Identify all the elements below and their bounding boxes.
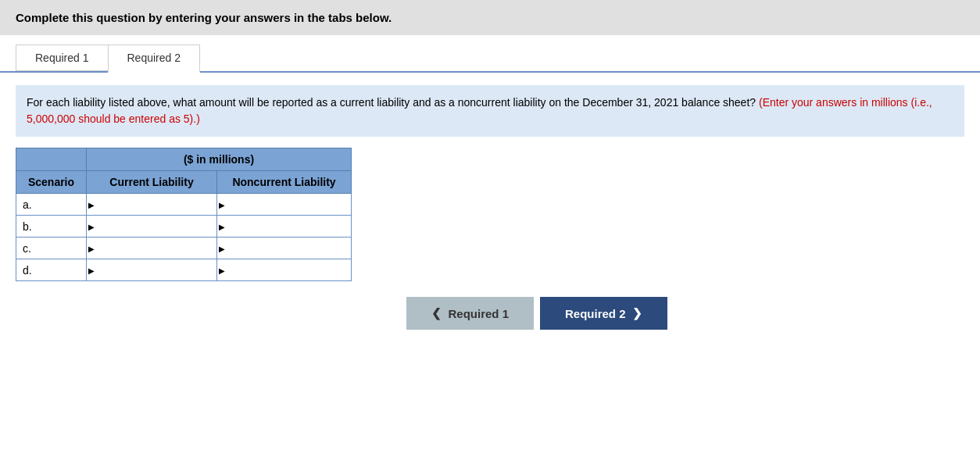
tabs-area: Required 1 Required 2 — [0, 35, 980, 73]
question-text-plain: For each liability listed above, what am… — [27, 96, 756, 109]
current-liability-input-2[interactable] — [87, 238, 216, 259]
scenario-label-a.: a. — [16, 194, 87, 216]
table-row: b.▶▶ — [16, 216, 352, 238]
noncurrent-liability-input-2[interactable] — [217, 238, 351, 259]
question-text: For each liability listed above, what am… — [16, 85, 964, 137]
header-text: Complete this question by entering your … — [16, 11, 392, 24]
noncurrent-liability-input-0[interactable] — [217, 194, 351, 215]
current-liability-input-0[interactable] — [87, 194, 216, 215]
noncurrent-liability-input-3[interactable] — [217, 259, 351, 280]
noncurrent-liability-cell-2[interactable]: ▶ — [217, 238, 352, 259]
current-liability-cell-1[interactable]: ▶ — [87, 216, 217, 238]
table-container: ($ in millions) Scenario Current Liabili… — [16, 148, 352, 281]
tab-required2[interactable]: Required 2 — [108, 45, 201, 73]
header-bar: Complete this question by entering your … — [0, 0, 980, 35]
next-button-label: Required 2 — [565, 307, 626, 320]
table-body: a.▶▶b.▶▶c.▶▶d.▶▶ — [16, 194, 352, 281]
next-button[interactable]: Required 2 — [540, 297, 667, 330]
content-area: For each liability listed above, what am… — [0, 73, 980, 342]
table-header-top-row: ($ in millions) — [16, 148, 352, 171]
scenario-label-b.: b. — [16, 216, 87, 238]
table-row: d.▶▶ — [16, 259, 352, 281]
prev-button-label: Required 1 — [448, 307, 509, 320]
current-liability-input-3[interactable] — [87, 259, 216, 280]
col-noncurrent-header: Noncurrent Liability — [217, 171, 352, 194]
scenario-header-empty — [16, 148, 87, 171]
noncurrent-liability-input-1[interactable] — [217, 216, 351, 237]
noncurrent-liability-cell-3[interactable]: ▶ — [217, 259, 352, 281]
current-liability-input-1[interactable] — [87, 216, 216, 237]
current-liability-cell-3[interactable]: ▶ — [87, 259, 217, 281]
liability-table: ($ in millions) Scenario Current Liabili… — [16, 148, 352, 281]
scenario-label-d.: d. — [16, 259, 87, 281]
bottom-nav: Required 1 Required 2 — [109, 281, 964, 330]
current-liability-cell-0[interactable]: ▶ — [87, 194, 217, 216]
table-header-sub-row: Scenario Current Liability Noncurrent Li… — [16, 171, 352, 194]
scenario-label-c.: c. — [16, 238, 87, 259]
noncurrent-liability-cell-1[interactable]: ▶ — [217, 216, 352, 238]
prev-button[interactable]: Required 1 — [406, 297, 534, 330]
tab-required1[interactable]: Required 1 — [16, 45, 108, 71]
chevron-right-icon — [632, 306, 642, 320]
chevron-left-icon — [431, 306, 442, 320]
noncurrent-liability-cell-0[interactable]: ▶ — [217, 194, 352, 216]
current-liability-cell-2[interactable]: ▶ — [87, 238, 217, 259]
millions-header: ($ in millions) — [87, 148, 352, 171]
col-current-header: Current Liability — [87, 171, 217, 194]
table-row: c.▶▶ — [16, 238, 352, 259]
table-row: a.▶▶ — [16, 194, 352, 216]
col-scenario-header: Scenario — [16, 171, 87, 194]
